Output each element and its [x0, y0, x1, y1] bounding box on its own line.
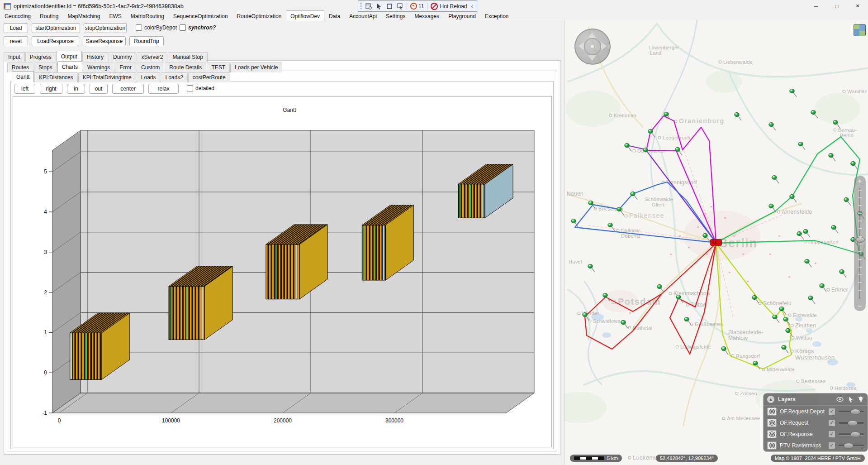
pan-up-arrow-icon[interactable]: [588, 33, 596, 38]
left-button[interactable]: left: [14, 84, 35, 94]
tab-input[interactable]: Input: [4, 52, 25, 62]
map-pin[interactable]: [797, 231, 804, 240]
map-pin[interactable]: [820, 283, 826, 292]
map-pin[interactable]: [684, 317, 691, 325]
tab-history[interactable]: History: [82, 52, 108, 62]
tab-xserver2[interactable]: xServer2: [137, 52, 167, 62]
map-pin[interactable]: [571, 219, 578, 227]
map-pin[interactable]: [798, 142, 805, 150]
layout-adorners-icon[interactable]: [386, 3, 393, 10]
map-pin[interactable]: [790, 194, 797, 202]
tab-ews[interactable]: EWS: [104, 12, 126, 21]
tab-loads2[interactable]: Loads2: [161, 72, 187, 82]
map-pin[interactable]: [675, 147, 682, 155]
tab-matrixrouting[interactable]: MatrixRouting: [126, 12, 169, 21]
tab-accountapi[interactable]: AccountApi: [345, 12, 381, 21]
overview-map-button[interactable]: [854, 24, 866, 36]
map-pin[interactable]: [608, 223, 615, 231]
tab-kpi-totaldrivingtime[interactable]: KPI:TotalDrivingtime: [78, 72, 136, 82]
tab-geocoding[interactable]: Geocoding: [0, 12, 35, 21]
map-pin[interactable]: [753, 361, 760, 369]
colorbydepot-checkbox[interactable]: [136, 24, 142, 31]
saveresponse-button[interactable]: SaveResponse: [83, 36, 126, 46]
in-button[interactable]: in: [67, 84, 85, 94]
map-pin[interactable]: [829, 153, 835, 161]
depot-marker[interactable]: [711, 240, 721, 245]
layers-collapse-icon[interactable]: ▲: [767, 396, 774, 403]
map-pin[interactable]: [782, 345, 788, 353]
map-pin[interactable]: [844, 197, 851, 206]
map-pin[interactable]: [831, 225, 838, 233]
map-pin[interactable]: [772, 175, 779, 183]
tab-gantt[interactable]: Gantt: [12, 71, 34, 82]
layers-panel-header[interactable]: ▲ Layers: [764, 393, 868, 406]
pan-right-arrow-icon[interactable]: [601, 42, 607, 50]
map-pin[interactable]: [779, 307, 786, 315]
tab-sequenceoptimization[interactable]: SequenceOptimization: [169, 12, 232, 21]
tab-messages[interactable]: Messages: [410, 12, 444, 21]
toolbar-grip[interactable]: [360, 3, 362, 10]
colorbydepot-checkbox-group[interactable]: colorByDepot: [136, 24, 177, 31]
lightbulb-icon[interactable]: [858, 396, 864, 403]
map-zoom-slider[interactable]: + −: [854, 176, 866, 311]
close-button[interactable]: ✕: [847, 0, 868, 12]
reset-button[interactable]: reset: [4, 36, 28, 46]
tab-kpi-distances[interactable]: KPI:Distances: [34, 72, 77, 82]
select-element-icon[interactable]: [375, 3, 383, 10]
synchron-checkbox[interactable]: [180, 24, 186, 31]
pan-left-arrow-icon[interactable]: [579, 42, 584, 50]
select-cursor-icon[interactable]: [848, 396, 854, 403]
loadresponse-button[interactable]: LoadResponse: [32, 36, 79, 46]
collapse-toolbar-chevron[interactable]: ‹: [471, 3, 473, 10]
map-pin[interactable]: [783, 317, 790, 325]
layer-opacity-slider[interactable]: [839, 433, 864, 435]
binding-failures-badge[interactable]: 11: [410, 3, 424, 10]
map-pin[interactable]: [621, 320, 628, 328]
map-pin[interactable]: [851, 161, 858, 169]
layer-opacity-thumb[interactable]: [848, 420, 858, 426]
map-pin[interactable]: [769, 122, 776, 130]
tab-charts[interactable]: Charts: [57, 61, 82, 72]
startoptimization-button[interactable]: startOptimization: [32, 23, 80, 33]
map-pin[interactable]: [769, 204, 776, 212]
map-pan-control[interactable]: [574, 29, 611, 65]
maximize-button[interactable]: □: [826, 0, 847, 12]
center-button[interactable]: center: [112, 84, 144, 94]
layer-opacity-slider[interactable]: [839, 411, 864, 412]
zoom-thumb[interactable]: [856, 237, 865, 243]
map-pin[interactable]: [664, 112, 671, 120]
tab-exception[interactable]: Exception: [480, 12, 513, 21]
tab-settings[interactable]: Settings: [381, 12, 410, 21]
stopoptimization-button[interactable]: stopOptimization: [84, 23, 127, 33]
map-pin[interactable]: [588, 264, 595, 272]
layer-visibility-checkbox[interactable]: ✓: [828, 431, 835, 438]
map-pin[interactable]: [625, 143, 631, 151]
hot-reload-button[interactable]: Hot Reload: [431, 3, 467, 10]
map-pin[interactable]: [657, 284, 664, 292]
map-pin[interactable]: [808, 296, 815, 304]
load-button[interactable]: Load: [4, 23, 28, 33]
tab-output[interactable]: Output: [57, 51, 82, 62]
roundtrip-button[interactable]: RoundTrip: [129, 36, 164, 46]
tab-routeoptimization[interactable]: RouteOptimization: [232, 12, 286, 21]
layer-opacity-slider[interactable]: [839, 422, 864, 424]
zoom-in-icon[interactable]: +: [854, 177, 865, 185]
tab-data[interactable]: Data: [324, 12, 345, 21]
minimize-button[interactable]: ─: [806, 0, 826, 12]
tab-playground[interactable]: Playground: [444, 12, 480, 21]
visibility-eye-icon[interactable]: [836, 397, 844, 402]
map-pin[interactable]: [773, 315, 779, 323]
zoom-out-icon[interactable]: −: [854, 302, 865, 310]
select-window-icon[interactable]: [396, 3, 403, 10]
layer-visibility-checkbox[interactable]: ✓: [828, 419, 835, 427]
synchron-checkbox-group[interactable]: synchron?: [180, 24, 216, 31]
pan-down-arrow-icon[interactable]: [588, 55, 596, 61]
show-all-windows-icon[interactable]: [365, 3, 372, 10]
map-pin[interactable]: [840, 269, 846, 278]
tab-loads-per-vehicle[interactable]: Loads per Vehicle: [230, 62, 282, 72]
out-button[interactable]: out: [90, 84, 108, 94]
layer-opacity-thumb[interactable]: [844, 443, 854, 449]
map-pin[interactable]: [735, 112, 741, 120]
tab-loads[interactable]: Loads: [137, 72, 161, 82]
tab-progress[interactable]: Progress: [25, 52, 56, 62]
